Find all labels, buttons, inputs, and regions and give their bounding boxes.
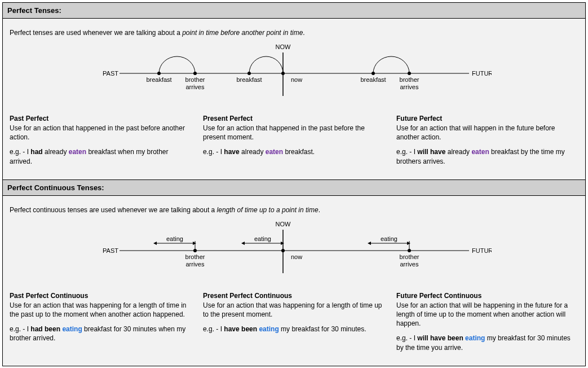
- col-example: e.g. - I have been eating my breakfast f…: [203, 325, 385, 334]
- col-example: e.g. - I will have been eating my breakf…: [396, 334, 578, 352]
- eat-label: eating: [381, 235, 397, 242]
- ex-post: breakfast.: [283, 148, 315, 156]
- g3-b1: brother: [399, 253, 419, 260]
- dot: [408, 72, 411, 75]
- ex-pre: e.g. - I: [203, 325, 224, 333]
- col-title: Future Perfect: [396, 115, 578, 122]
- eat-label: eating: [254, 235, 271, 242]
- col-desc: Use for an action that will be happening…: [396, 301, 578, 328]
- future-label: FUTURE: [472, 247, 492, 254]
- col-title: Past Perfect: [10, 115, 192, 122]
- g1-b1: brother: [185, 253, 205, 260]
- g2-a: breakfast: [236, 76, 262, 83]
- ex-pre: e.g. - I: [10, 325, 30, 333]
- perfect-diagram: NOW PAST FUTURE breakfast brother arrive…: [10, 42, 578, 104]
- col-example: e.g. - I will have already eaten breakfa…: [396, 147, 578, 165]
- future-label: FUTURE: [472, 70, 492, 77]
- ex-aux: will have been: [417, 334, 463, 342]
- col-desc: Use for an action that happened in the p…: [203, 124, 385, 142]
- ex-mid: already: [43, 148, 69, 156]
- intro-text-end: .: [303, 29, 304, 37]
- future-perfect-continuous-col: Future Perfect Continuous Use for an act…: [396, 292, 578, 358]
- ex-mid: already: [445, 148, 471, 156]
- g1-b2: arrives: [185, 84, 205, 90]
- col-desc: Use for an action that will happen in th…: [396, 124, 578, 142]
- pc-timeline-svg: NOW PAST FUTURE eating brother arrives e…: [97, 220, 492, 282]
- ex-pp: eaten: [266, 148, 283, 156]
- perfect-timeline-svg: NOW PAST FUTURE breakfast brother arrive…: [97, 42, 492, 104]
- ex-pp: eating: [62, 325, 82, 333]
- intro-emph: length of time up to a point in time: [217, 206, 319, 214]
- g3-b1: brother: [399, 76, 419, 83]
- g3-a: breakfast: [360, 76, 386, 83]
- col-desc: Use for an action that was happening for…: [10, 301, 192, 319]
- col-desc: Use for an action that was happening for…: [203, 301, 385, 319]
- g3-b2: arrives: [400, 84, 419, 90]
- dot: [372, 72, 375, 75]
- dot: [281, 72, 285, 75]
- g2-b: now: [291, 253, 302, 260]
- perfect-continuous-section: Perfect Continuous Tenses: Perfect conti…: [2, 180, 586, 366]
- dot: [247, 72, 251, 75]
- ex-pre: e.g. - I: [203, 148, 224, 156]
- perfect-continuous-body: Perfect continuous tenses are used whene…: [3, 196, 585, 366]
- dot: [157, 72, 161, 75]
- intro-text: Perfect continuous tenses are used whene…: [10, 206, 217, 214]
- col-title: Future Perfect Continuous: [396, 292, 578, 300]
- past-perfect-col: Past Perfect Use for an action that happ…: [10, 115, 192, 172]
- eat-label: eating: [166, 235, 183, 242]
- present-perfect-continuous-col: Present Perfect Continuous Use for an ac…: [203, 292, 385, 358]
- col-title: Past Perfect Continuous: [10, 292, 192, 300]
- col-example: e.g. - I had been eating breakfast for 3…: [10, 325, 192, 343]
- intro-text-end: .: [319, 206, 320, 214]
- past-label: PAST: [103, 70, 118, 77]
- ex-pp: eating: [465, 334, 485, 342]
- past-label: PAST: [103, 247, 118, 254]
- intro-emph: point in time before another point in ti…: [182, 29, 303, 37]
- g1-a: breakfast: [146, 76, 171, 83]
- arc-present: [249, 56, 283, 73]
- future-perfect-col: Future Perfect Use for an action that wi…: [396, 115, 578, 172]
- dot: [281, 249, 285, 252]
- pc-intro: Perfect continuous tenses are used whene…: [10, 206, 578, 214]
- ex-aux: had: [30, 148, 42, 156]
- ex-mid: already: [240, 148, 266, 156]
- ex-aux: had been: [30, 325, 60, 333]
- g1-b1: brother: [185, 76, 205, 83]
- arc-future: [373, 56, 409, 73]
- ex-pp: eaten: [471, 148, 489, 156]
- dot: [193, 249, 197, 252]
- intro-text: Perfect tenses are used whenever we are …: [10, 29, 182, 37]
- now-label: NOW: [275, 221, 291, 227]
- ex-pre: e.g. - I: [396, 334, 417, 342]
- ex-aux: have: [224, 148, 239, 156]
- g2-b: now: [291, 76, 302, 83]
- ex-aux: will have: [417, 148, 445, 156]
- perfect-intro: Perfect tenses are used whenever we are …: [10, 29, 578, 37]
- ex-aux: have been: [224, 325, 257, 333]
- col-title: Present Perfect: [203, 115, 385, 122]
- present-perfect-col: Present Perfect Use for an action that h…: [203, 115, 385, 172]
- pc-columns: Past Perfect Continuous Use for an actio…: [10, 292, 578, 358]
- col-desc: Use for an action that happened in the p…: [10, 124, 192, 142]
- perfect-header: Perfect Tenses:: [3, 3, 585, 19]
- ex-pp: eaten: [69, 148, 86, 156]
- dot: [408, 249, 411, 252]
- ex-pp: eating: [259, 325, 278, 333]
- ex-pre: e.g. - I: [10, 148, 30, 156]
- perfect-columns: Past Perfect Use for an action that happ…: [10, 115, 578, 172]
- now-label: NOW: [275, 43, 291, 50]
- col-title: Present Perfect Continuous: [203, 292, 385, 300]
- g1-b2: arrives: [185, 261, 205, 268]
- ex-post: my breakfast for 30 minutes.: [279, 325, 366, 333]
- past-perfect-continuous-col: Past Perfect Continuous Use for an actio…: [10, 292, 192, 358]
- g3-b2: arrives: [400, 261, 419, 268]
- col-example: e.g. - I have already eaten breakfast.: [203, 147, 385, 156]
- perfect-tenses-section: Perfect Tenses: Perfect tenses are used …: [2, 2, 586, 180]
- pc-diagram: NOW PAST FUTURE eating brother arrives e…: [10, 220, 578, 282]
- ex-pre: e.g. - I: [396, 148, 417, 156]
- arc-past: [159, 56, 195, 73]
- col-example: e.g. - I had already eaten breakfast whe…: [10, 147, 192, 165]
- dot: [193, 72, 197, 75]
- perfect-body: Perfect tenses are used whenever we are …: [3, 19, 585, 179]
